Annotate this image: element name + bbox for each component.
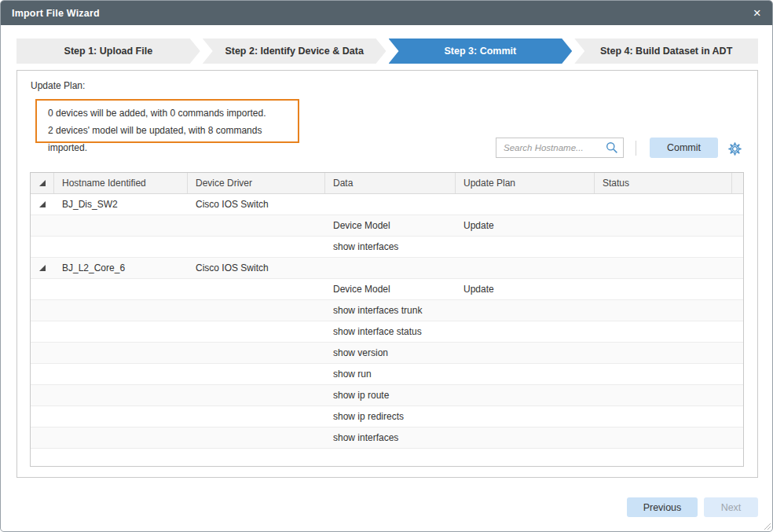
cell-hostname <box>54 427 188 448</box>
cell-data: show interfaces <box>325 237 456 257</box>
header-hostname-identified[interactable]: Hostname Identified <box>54 173 188 193</box>
cell-filler <box>732 406 743 427</box>
cell-status <box>595 321 732 342</box>
step-2-identify-device-data[interactable]: Step 2: Identify Device & Data <box>203 39 386 64</box>
cell-data: show interface status <box>325 321 456 342</box>
table-row[interactable]: show ip redirects <box>31 406 743 427</box>
table-row[interactable]: show interfaces trunk <box>31 300 743 321</box>
commit-table: Hostname Identified Device Driver Data U… <box>30 172 744 467</box>
search-icon[interactable] <box>606 141 618 154</box>
wizard-steps: Step 1: Upload File Step 2: Identify Dev… <box>16 39 758 64</box>
collapse-all-header-cell[interactable] <box>31 173 54 193</box>
header-device-driver[interactable]: Device Driver <box>188 173 325 193</box>
cell-driver <box>188 321 325 342</box>
collapse-icon[interactable] <box>39 265 46 271</box>
row-expander-cell <box>31 215 54 236</box>
cell-update-plan <box>456 321 595 342</box>
cell-hostname <box>54 406 188 427</box>
cell-update-plan: Update <box>456 279 595 299</box>
cell-update-plan <box>456 385 595 405</box>
row-expander-cell <box>31 427 54 448</box>
cell-driver: Cisco IOS Switch <box>188 194 325 215</box>
cell-update-plan: Update <box>456 215 595 236</box>
cell-status <box>595 406 732 427</box>
cell-status <box>595 258 732 278</box>
cell-hostname: BJ_Dis_SW2 <box>54 194 188 215</box>
cell-hostname <box>54 215 188 236</box>
cell-hostname <box>54 385 188 405</box>
step-1-upload-file[interactable]: Step 1: Upload File <box>16 39 200 64</box>
search-hostname-box <box>496 138 624 158</box>
header-filler <box>732 173 743 193</box>
cell-data <box>325 194 456 215</box>
table-row[interactable]: show version <box>31 343 743 364</box>
cell-driver <box>188 385 325 405</box>
table-row[interactable]: show interfaces <box>31 427 743 449</box>
step-label: Step 3: Commit <box>445 46 517 57</box>
previous-button[interactable]: Previous <box>627 497 698 517</box>
header-data[interactable]: Data <box>325 173 456 193</box>
summary-line-updated: 2 devices' model will be updated, with 8… <box>48 122 287 156</box>
table-row[interactable]: BJ_L2_Core_6Cisco IOS Switch <box>31 258 743 279</box>
header-update-plan[interactable]: Update Plan <box>456 173 595 193</box>
cell-hostname <box>54 300 188 321</box>
row-expander-cell <box>31 321 54 342</box>
cell-hostname <box>54 321 188 342</box>
cell-filler <box>732 385 743 405</box>
collapse-all-icon[interactable] <box>39 180 46 186</box>
row-expander-cell <box>31 364 54 384</box>
cell-filler <box>732 343 743 363</box>
cell-filler <box>732 194 743 215</box>
search-input[interactable] <box>504 143 606 152</box>
cell-data: show ip route <box>325 385 456 405</box>
table-row[interactable]: BJ_Dis_SW2Cisco IOS Switch <box>31 194 743 215</box>
table-body: BJ_Dis_SW2Cisco IOS SwitchDevice ModelUp… <box>31 194 743 449</box>
table-header: Hostname Identified Device Driver Data U… <box>31 173 743 194</box>
cell-hostname <box>54 279 188 299</box>
row-expander-cell <box>31 237 54 257</box>
cell-data: show ip redirects <box>325 406 456 427</box>
step-label: Step 4: Build Dataset in ADT <box>600 46 732 57</box>
commit-button[interactable]: Commit <box>650 138 718 158</box>
row-expander-cell[interactable] <box>31 258 54 278</box>
close-icon[interactable]: × <box>753 6 761 20</box>
update-plan-summary: 0 devices will be added, with 0 commands… <box>35 99 299 143</box>
gear-icon[interactable] <box>727 141 742 156</box>
cell-driver <box>188 215 325 236</box>
cell-hostname <box>54 237 188 257</box>
cell-data: Device Model <box>325 279 456 299</box>
header-status[interactable]: Status <box>595 173 732 193</box>
row-expander-cell <box>31 279 54 299</box>
row-expander-cell <box>31 385 54 405</box>
cell-update-plan <box>456 258 595 278</box>
resize-grip-icon[interactable] <box>762 521 771 530</box>
cell-driver <box>188 300 325 321</box>
next-button[interactable]: Next <box>704 497 758 517</box>
table-row[interactable]: show run <box>31 364 743 385</box>
cell-update-plan <box>456 343 595 363</box>
step-3-commit[interactable]: Step 3: Commit <box>389 39 573 64</box>
cell-data: show run <box>325 364 456 384</box>
row-expander-cell[interactable] <box>31 194 54 215</box>
table-row[interactable]: show ip route <box>31 385 743 406</box>
cell-filler <box>732 258 743 278</box>
cell-status <box>595 343 732 363</box>
table-row[interactable]: show interfaces <box>31 237 743 258</box>
table-row[interactable]: Device ModelUpdate <box>31 215 743 237</box>
cell-driver <box>188 343 325 363</box>
cell-filler <box>732 300 743 321</box>
cell-status <box>595 237 732 257</box>
cell-update-plan <box>456 406 595 427</box>
step-4-build-dataset-adt[interactable]: Step 4: Build Dataset in ADT <box>574 39 758 64</box>
cell-status <box>595 300 732 321</box>
cell-update-plan <box>456 237 595 257</box>
row-expander-cell <box>31 343 54 363</box>
collapse-icon[interactable] <box>39 201 46 207</box>
table-row[interactable]: show interface status <box>31 321 743 343</box>
cell-hostname <box>54 364 188 384</box>
cell-driver <box>188 237 325 257</box>
table-row[interactable]: Device ModelUpdate <box>31 279 743 300</box>
summary-line-added: 0 devices will be added, with 0 commands… <box>48 105 287 122</box>
cell-status <box>595 194 732 215</box>
cell-update-plan <box>456 427 595 448</box>
